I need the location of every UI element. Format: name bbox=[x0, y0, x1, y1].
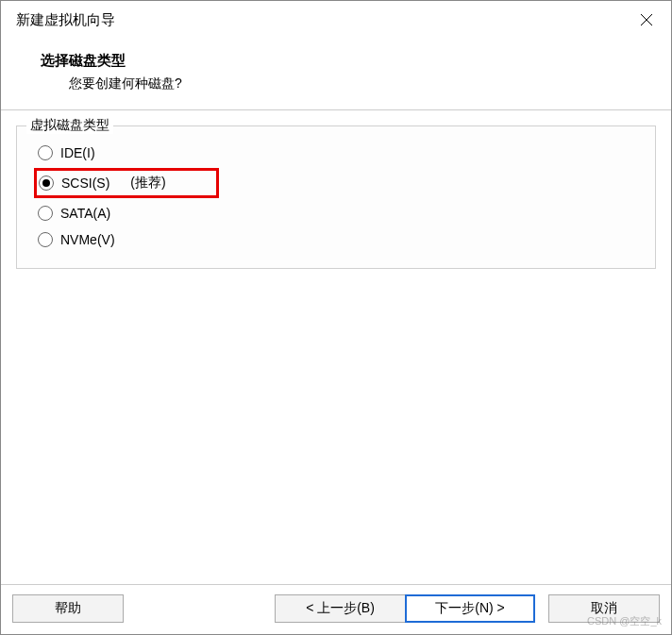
radio-icon bbox=[38, 232, 53, 247]
close-icon bbox=[640, 13, 653, 26]
page-subtitle: 您要创建何种磁盘? bbox=[41, 75, 656, 92]
radio-label: NVMe(V) bbox=[60, 232, 115, 247]
radio-sata[interactable]: SATA(A) bbox=[34, 200, 638, 226]
radio-nvme[interactable]: NVMe(V) bbox=[34, 226, 638, 253]
close-button[interactable] bbox=[635, 8, 658, 31]
group-legend: 虚拟磁盘类型 bbox=[26, 117, 113, 134]
back-button[interactable]: < 上一步(B) bbox=[275, 594, 405, 623]
wizard-body: 虚拟磁盘类型 IDE(I) SCSI(S) (推荐) SATA(A) NVMe(… bbox=[1, 110, 671, 584]
cancel-button[interactable]: 取消 bbox=[548, 594, 660, 623]
radio-label: SCSI(S) bbox=[61, 175, 109, 191]
wizard-footer: 帮助 < 上一步(B) 下一步(N) > 取消 bbox=[1, 584, 671, 634]
window-title: 新建虚拟机向导 bbox=[16, 11, 115, 29]
wizard-header: 选择磁盘类型 您要创建何种磁盘? bbox=[1, 39, 671, 110]
page-title: 选择磁盘类型 bbox=[41, 52, 656, 70]
radio-label: SATA(A) bbox=[60, 206, 110, 221]
radio-ide[interactable]: IDE(I) bbox=[34, 140, 638, 166]
radio-label: IDE(I) bbox=[60, 145, 95, 160]
radio-hint: (推荐) bbox=[130, 175, 165, 192]
radio-icon bbox=[38, 145, 53, 160]
help-button[interactable]: 帮助 bbox=[12, 594, 124, 623]
radio-scsi[interactable]: SCSI(S) (推荐) bbox=[34, 168, 219, 198]
radio-icon bbox=[39, 175, 54, 191]
titlebar: 新建虚拟机向导 bbox=[1, 1, 671, 39]
disk-type-group: 虚拟磁盘类型 IDE(I) SCSI(S) (推荐) SATA(A) NVMe(… bbox=[16, 125, 656, 269]
next-button[interactable]: 下一步(N) > bbox=[405, 594, 535, 623]
radio-icon bbox=[38, 206, 53, 221]
